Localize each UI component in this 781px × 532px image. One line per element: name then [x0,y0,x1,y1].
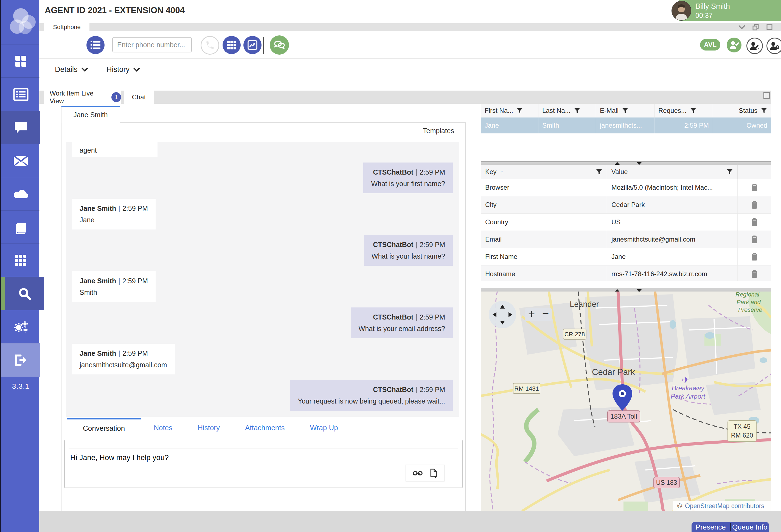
call-log-button[interactable] [86,36,105,54]
zoom-out-button[interactable]: − [542,307,549,320]
sidebar-item-chat[interactable] [1,111,40,144]
clipboard-icon[interactable] [751,183,758,192]
attributes-header: Key ↑ Value [481,165,771,179]
clipboard-icon[interactable] [751,252,758,261]
filter-icon[interactable] [726,169,733,175]
sidebar-item-forms[interactable] [1,77,40,111]
splitter-up-icon[interactable] [615,162,620,165]
window-restore-icon[interactable] [752,24,759,31]
column-header[interactable]: Reques... [655,104,713,118]
filter-icon[interactable] [622,107,628,114]
sidebar-item-mail[interactable] [1,144,40,177]
chat-bubble: CTSChatBot|2:59 PMWhat is your first nam… [363,163,453,193]
tab-conversation[interactable]: Conversation [67,418,141,437]
chat-bubble: CTSChatBot|2:59 PMYour request is now be… [290,380,453,411]
column-header[interactable]: E-Mail [596,104,655,118]
user-edit-icon [750,41,759,50]
message-time: 2:59 PM [122,205,148,212]
details-menu[interactable]: Details [55,65,88,74]
workitem-row-selected[interactable]: JaneSmithjanesmithcts...2:59 PMOwned [481,118,771,133]
sidebar-item-cloud[interactable] [1,177,40,211]
window-maximize-icon[interactable] [766,24,773,31]
phone-number-input[interactable] [112,37,192,52]
column-header[interactable]: Last Na... [538,104,596,118]
svg-text:Park and: Park and [737,299,761,305]
clipboard-icon[interactable] [751,218,758,226]
tab-attachments[interactable]: Attachments [233,418,297,437]
app-logo [1,0,40,44]
location-map[interactable]: Leander Cedar Park Regional Park and Pre… [481,291,771,511]
call-button[interactable] [201,36,219,55]
sidebar-item-dashboard[interactable] [1,44,40,78]
sidebar-item-apps[interactable] [1,244,40,277]
column-header[interactable]: First Na... [481,104,538,118]
chat-message: CTSChatBot|2:59 PMWhat is your first nam… [72,163,453,193]
message-input[interactable]: Hi Jane, How may I help you? [64,440,463,488]
sidebar-item-settings[interactable] [1,310,40,343]
chevron-down-icon[interactable] [738,25,745,29]
tab-history[interactable]: History [185,418,233,437]
table-row[interactable]: Emailjanesmithctsuite@gmail.com [481,231,771,248]
attribute-value: US [607,213,738,231]
filter-icon[interactable] [761,107,767,114]
agent-edit-button[interactable] [746,38,763,54]
stats-button[interactable] [243,36,261,54]
map-label-cedar-park: Cedar Park [592,367,635,377]
message-time: 2:59 PM [420,241,445,248]
status-badge[interactable]: AVL [700,39,721,50]
agent-history-button[interactable] [767,38,781,54]
clipboard-icon[interactable] [751,270,758,278]
map-zoom-control[interactable]: + − [525,307,552,321]
user-check-icon [729,41,739,49]
dialpad-button[interactable] [222,36,241,54]
key-column-header[interactable]: Key ↑ [481,165,607,179]
panel-maximize-icon[interactable] [764,92,770,99]
svg-text:US 183: US 183 [656,479,677,486]
tab-notes[interactable]: Notes [141,418,185,437]
filter-icon[interactable] [517,107,523,114]
chat-message: CTSChatBot|2:59 PMWhat is your email add… [72,308,453,338]
map-pan-control[interactable] [489,301,516,328]
copy-cell [738,248,771,265]
attribute-key: First Name [481,248,607,265]
tab-chat[interactable]: Chat [124,91,154,104]
link-icon[interactable] [413,470,423,477]
table-row[interactable]: BrowserMozilla/5.0 (Macintosh; Intel Mac… [481,179,771,196]
osm-link[interactable]: OpenStreetMap contributors [685,502,764,509]
tab-wrap-up[interactable]: Wrap Up [297,418,351,437]
history-menu[interactable]: History [107,65,140,74]
value-column-header[interactable]: Value [607,165,738,179]
tab-contact-jane-smith[interactable]: Jane Smith [61,106,120,123]
sidebar-item-search[interactable] [1,277,44,310]
clipboard-icon[interactable] [751,235,758,244]
filter-icon[interactable] [574,107,580,114]
table-row[interactable]: First NameJane [481,248,771,265]
app-window: 3.3.1 AGENT ID 2021 - EXTENSION 4004 Bil… [0,0,781,532]
sidebar-item-pages[interactable] [1,210,40,244]
chevron-down-icon [133,68,140,72]
table-row[interactable]: Hostnamerrcs-71-78-116-242.sw.biz.rr.com [481,265,771,283]
chat-message-partial: agent [72,141,158,157]
road-badge-tx45: TX 45 RM 620 [728,420,756,441]
filter-icon[interactable] [596,169,602,175]
sidebar-item-logout[interactable] [1,343,40,377]
table-row[interactable]: CountryUS [481,213,771,231]
chat-messages[interactable]: agent CTSChatBot|2:59 PMWhat is your fir… [66,141,459,417]
tab-work-item-live-view[interactable]: Work Item Live View 1 [44,91,121,104]
templates-link[interactable]: Templates [408,127,454,135]
clipboard-icon[interactable] [751,201,758,209]
avatar[interactable] [671,1,691,21]
app-version: 3.3.1 [1,382,40,391]
filter-icon[interactable] [690,107,696,114]
attach-file-icon[interactable] [430,468,438,478]
tab-softphone[interactable]: Softphone [44,23,89,31]
new-chat-button[interactable] [270,35,289,55]
zoom-in-button[interactable]: + [528,308,535,320]
agent-available-button[interactable] [727,38,741,52]
table-row[interactable]: CityCedar Park [481,196,771,213]
table-cell: Owned [713,118,771,133]
presence-button[interactable]: Presence [692,522,730,532]
attribute-value: Jane [607,248,738,265]
column-header[interactable]: Status [713,104,771,118]
queue-info-button[interactable]: Queue Info [731,522,769,532]
